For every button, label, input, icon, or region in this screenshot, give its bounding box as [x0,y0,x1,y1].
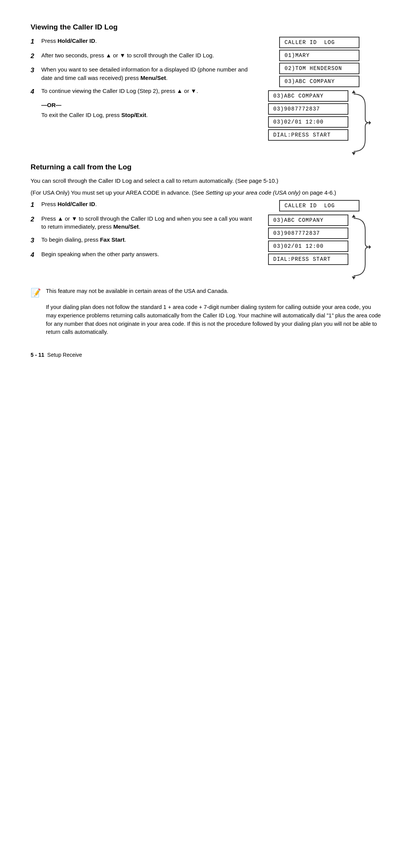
section2-title: Returning a call from the Log [31,163,382,171]
step-4-num: 4 [31,87,41,97]
section2-right: CALLER ID LOG 03)ABC COMPANY 03)90877728… [256,200,382,280]
lcd-02-tom: 02)TOM HENDERSON [279,63,359,74]
brace-arrow-svg-1 [350,90,371,155]
s2-step-1: 1 Press Hold/Caller ID. [31,200,252,210]
exit-line: To exit the Caller ID Log, press Stop/Ex… [41,111,252,120]
lcd-01-mary: 01)MARY [279,50,359,61]
note-1-text: This feature may not be available in cer… [46,287,228,296]
s2-step-2-bold: Menu/Set [113,223,139,230]
step-2-content: After two seconds, press ▲ or ▼ to scrol… [41,51,252,61]
section2-grouped-screens: 03)ABC COMPANY 03)9087772837 03)02/01 12… [268,215,371,280]
section1-title: Viewing the Caller ID Log [31,23,382,31]
or-label: —OR— [41,101,252,109]
step-1-bold: Hold/Caller ID [58,37,95,44]
step-3-bold: Menu/Set [140,75,166,81]
section1-left: 1 Press Hold/Caller ID. 2 After two seco… [31,37,252,155]
section2-top-screens: CALLER ID LOG [279,200,359,213]
or-line: —OR— To exit the Caller ID Log, press St… [41,101,252,119]
step-2: 2 After two seconds, press ▲ or ▼ to scr… [31,51,252,61]
lcd-caller-id-log-1: CALLER ID LOG [279,37,359,48]
s2-step-1-num: 1 [31,200,41,210]
lcd-s2-03-date: 03)02/01 12:00 [268,241,348,252]
footer-label: Setup Receive [47,352,82,358]
svg-marker-1 [369,121,371,125]
step-3-content: When you want to see detailed informatio… [41,65,252,82]
s2-step-4-num: 4 [31,250,41,260]
section2-intro1: You can scroll through the Caller ID Log… [31,177,382,185]
section-returning: Returning a call from the Log You can sc… [31,163,382,280]
step-3-num: 3 [31,65,41,82]
section2-brace-boxes: 03)ABC COMPANY 03)9087772837 03)02/01 12… [268,215,348,267]
lcd-s2-03-phone: 03)9087772837 [268,228,348,239]
svg-marker-6 [352,215,356,218]
step-1-num: 1 [31,37,41,47]
exit-bold: Stop/Exit [121,112,146,118]
step-1: 1 Press Hold/Caller ID. [31,37,252,47]
svg-marker-7 [352,276,356,280]
lcd-caller-id-log-2: CALLER ID LOG [279,200,359,211]
s2-step-3-content: To begin dialing, press Fax Start. [41,236,252,245]
svg-marker-2 [352,90,356,93]
lcd-03-abc-2: 03)ABC COMPANY [268,90,348,102]
svg-marker-5 [369,245,371,249]
section2-intro2: (For USA Only) You must set up your AREA… [31,189,382,197]
note-2-area: If your dialing plan does not follow the… [31,303,382,336]
lcd-03-phone: 03)9087772837 [268,103,348,115]
s2-step-1-bold: Hold/Caller ID [58,201,95,207]
lcd-s2-03-abc: 03)ABC COMPANY [268,215,348,226]
s2-step-3: 3 To begin dialing, press Fax Start. [31,236,252,245]
s2-step-2: 2 Press ▲ or ▼ to scroll through the Cal… [31,215,252,231]
section-viewing: Viewing the Caller ID Log 1 Press Hold/C… [31,23,382,155]
s2-step-2-content: Press ▲ or ▼ to scroll through the Calle… [41,215,252,231]
s2-step-3-num: 3 [31,236,41,245]
step-4: 4 To continue viewing the Caller ID Log … [31,87,252,97]
section2-brace-svg [350,215,371,280]
s2-step-2-num: 2 [31,215,41,231]
section1-top-screens: CALLER ID LOG 01)MARY 02)TOM HENDERSON 0… [279,37,359,89]
note-icon-1: 📝 [31,288,42,298]
lcd-dial-press-start-2: DIAL:PRESS START [268,254,348,265]
footer-page: 5 - 11 [31,352,44,358]
lcd-dial-press-start-1: DIAL:PRESS START [268,129,348,141]
step-2-num: 2 [31,51,41,61]
s2-step-4-content: Begin speaking when the other party answ… [41,250,252,260]
brace-arrow-svg-2 [350,215,371,280]
section1-brace-boxes: 03)ABC COMPANY 03)9087772837 03)02/01 12… [268,90,348,142]
section2-layout: 1 Press Hold/Caller ID. 2 Press ▲ or ▼ t… [31,200,382,280]
s2-step-4: 4 Begin speaking when the other party an… [31,250,252,260]
lcd-03-abc-1: 03)ABC COMPANY [279,76,359,87]
note-2-text: If your dialing plan does not follow the… [46,303,382,336]
step-1-content: Press Hold/Caller ID. [41,37,252,47]
section2-left: 1 Press Hold/Caller ID. 2 Press ▲ or ▼ t… [31,200,252,280]
step-4-content: To continue viewing the Caller ID Log (S… [41,87,252,97]
note-1-area: 📝 This feature may not be available in c… [31,287,382,298]
s2-step-1-content: Press Hold/Caller ID. [41,200,252,210]
notes-section: 📝 This feature may not be available in c… [31,287,382,336]
s2-step-3-bold: Fax Start [100,236,124,243]
section1-grouped-screens: 03)ABC COMPANY 03)9087772837 03)02/01 12… [268,90,371,155]
section1-layout: 1 Press Hold/Caller ID. 2 After two seco… [31,37,382,155]
svg-marker-3 [352,152,356,155]
section1-right: CALLER ID LOG 01)MARY 02)TOM HENDERSON 0… [256,37,382,155]
step-3: 3 When you want to see detailed informat… [31,65,252,82]
lcd-03-date: 03)02/01 12:00 [268,116,348,128]
page-footer: 5 - 11 Setup Receive [31,352,382,358]
section2-intro2-italic: Setting up your area code (USA only) [206,189,301,196]
section1-brace-svg [350,90,371,155]
